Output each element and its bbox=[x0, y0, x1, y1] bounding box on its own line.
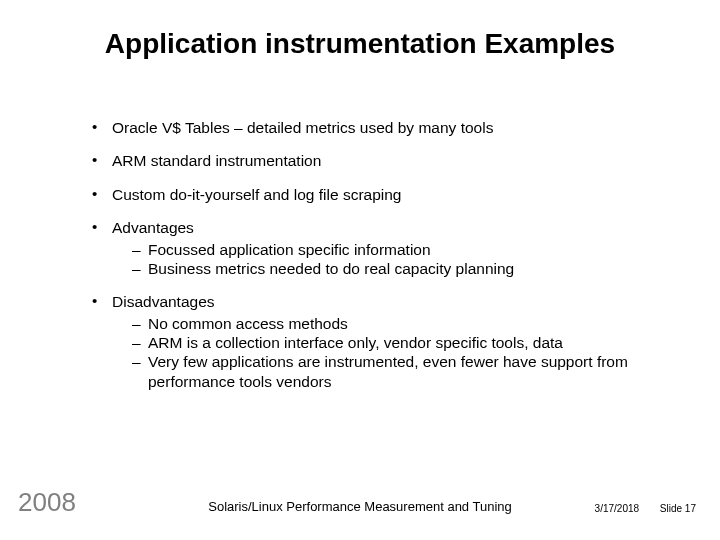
sub-list: Focussed application specific informatio… bbox=[112, 240, 660, 279]
bullet-item: Custom do-it-yourself and log file scrap… bbox=[90, 185, 660, 204]
slide: Application instrumentation Examples Ora… bbox=[0, 0, 720, 540]
bullet-item: ARM standard instrumentation bbox=[90, 151, 660, 170]
sub-item: Focussed application specific informatio… bbox=[132, 240, 660, 259]
bullet-label: Disadvantages bbox=[112, 293, 215, 310]
footer-slide-number: Slide 17 bbox=[660, 503, 696, 514]
bullet-item: Advantages Focussed application specific… bbox=[90, 218, 660, 278]
slide-title: Application instrumentation Examples bbox=[0, 28, 720, 60]
slide-content: Oracle V$ Tables – detailed metrics used… bbox=[90, 118, 660, 405]
sub-item: Very few applications are instrumented, … bbox=[132, 352, 660, 391]
slide-footer: 2008 Solaris/Linux Performance Measureme… bbox=[0, 488, 720, 518]
sub-item: Business metrics needed to do real capac… bbox=[132, 259, 660, 278]
footer-date: 3/17/2018 bbox=[595, 503, 640, 514]
bullet-list: Oracle V$ Tables – detailed metrics used… bbox=[90, 118, 660, 391]
sub-list: No common access methods ARM is a collec… bbox=[112, 314, 660, 392]
footer-meta: 3/17/2018 Slide 17 bbox=[595, 503, 696, 514]
sub-item: No common access methods bbox=[132, 314, 660, 333]
bullet-item: Oracle V$ Tables – detailed metrics used… bbox=[90, 118, 660, 137]
bullet-label: Advantages bbox=[112, 219, 194, 236]
bullet-item: Disadvantages No common access methods A… bbox=[90, 292, 660, 391]
sub-item: ARM is a collection interface only, vend… bbox=[132, 333, 660, 352]
